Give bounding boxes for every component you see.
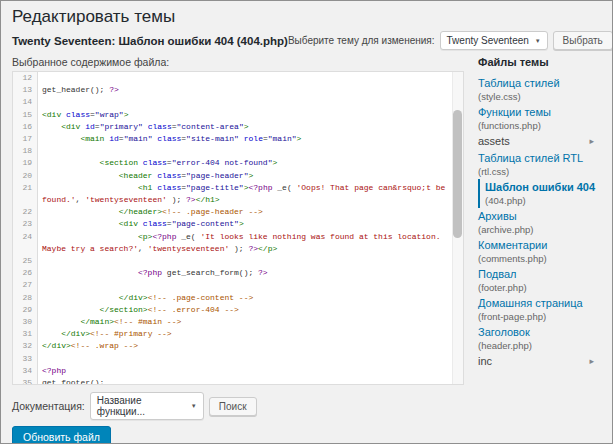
code-text	[37, 72, 463, 84]
code-line: 13get_header(); ?>	[13, 84, 463, 96]
code-text: <header class="page-header">	[37, 170, 463, 182]
code-line: 17 <main id="main" class="site-main" rol…	[13, 133, 463, 145]
file-label: assets	[478, 135, 510, 148]
code-line: 24 <p><?php _e( 'It looks like nothing w…	[13, 231, 463, 255]
line-number: 26	[13, 267, 37, 279]
code-line: 27	[13, 279, 463, 291]
line-number: 22	[13, 206, 37, 218]
sidebar-file-item[interactable]: Таблица стилей RTL(rtl.css)	[478, 150, 601, 179]
line-number: 35	[13, 377, 37, 385]
file-label: Таблица стилей	[478, 77, 597, 90]
line-number: 16	[13, 121, 37, 133]
line-number: 25	[13, 255, 37, 267]
line-number: 28	[13, 292, 37, 304]
code-line: 23 <div class="page-content">	[13, 218, 463, 230]
documentation-label: Документация:	[12, 400, 85, 412]
theme-files-sidebar: Файлы темы Таблица стилей(style.css)Функ…	[478, 56, 601, 385]
code-text: <?php get_search_form(); ?>	[37, 267, 463, 279]
code-line: 28 </div><!-- .page-content -->	[13, 292, 463, 304]
theme-select[interactable]: Twenty Seventeen ▼	[440, 31, 548, 50]
sidebar-file-item[interactable]: Заголовок(header.php)	[478, 324, 601, 353]
sidebar-file-item[interactable]: Шаблон ошибки 404(404.php)	[478, 179, 601, 208]
chevron-down-icon: ▼	[191, 403, 197, 409]
file-name: (footer.php)	[478, 282, 597, 293]
code-line: 14	[13, 96, 463, 108]
line-number: 18	[13, 145, 37, 157]
line-number: 32	[13, 340, 37, 352]
file-name: (header.php)	[478, 340, 597, 351]
editor-scrollbar[interactable]	[452, 72, 463, 384]
documentation-bar: Документация: Название функции... ▼ Поис…	[12, 392, 464, 420]
editor-label: Выбранное содержимое файла:	[12, 56, 464, 68]
code-line: 35get_footer();	[13, 377, 463, 385]
code-text: </header><!-- .page-header -->	[37, 206, 463, 218]
folder-expand-icon: ▸	[589, 135, 594, 148]
line-number: 15	[13, 109, 37, 121]
line-number: 20	[13, 170, 37, 182]
sidebar-file-item[interactable]: Домашняя страница(front-page.php)	[478, 295, 601, 324]
code-editor[interactable]: 1213get_header(); ?>1415<div class="wrap…	[12, 71, 464, 385]
theme-files-list: Таблица стилей(style.css)Функции темы(fu…	[478, 75, 601, 370]
file-label: inc	[478, 355, 492, 368]
file-name: (style.css)	[478, 91, 597, 102]
code-text: <div class="page-content">	[37, 218, 463, 230]
file-name: (rtl.css)	[478, 166, 597, 177]
file-name: (front-page.php)	[478, 311, 597, 322]
code-text: </main><!-- #main -->	[37, 316, 463, 328]
chevron-down-icon: ▼	[535, 38, 541, 44]
code-text: </div><!-- #primary -->	[37, 328, 463, 340]
line-number: 30	[13, 316, 37, 328]
code-lines: 1213get_header(); ?>1415<div class="wrap…	[13, 72, 463, 385]
file-label: Домашняя страница	[478, 297, 597, 310]
code-line: 18	[13, 145, 463, 157]
theme-select-value: Twenty Seventeen	[447, 35, 529, 46]
line-number: 34	[13, 365, 37, 377]
file-label: Подвал	[478, 268, 597, 281]
main-area: Выбранное содержимое файла: 1213get_head…	[12, 56, 601, 385]
line-number: 17	[13, 133, 37, 145]
code-text: <div class="wrap">	[37, 109, 463, 121]
theme-select-label: Выберите тему для изменения:	[288, 35, 435, 46]
code-line: 16 <div id="primary" class="content-area…	[13, 121, 463, 133]
code-text: <?php	[37, 365, 463, 377]
line-number: 27	[13, 279, 37, 291]
code-line: 20 <header class="page-header">	[13, 170, 463, 182]
sidebar-folder-inc[interactable]: inc▸	[478, 353, 601, 370]
sidebar-file-item[interactable]: Комментарии(comments.php)	[478, 237, 601, 266]
line-number: 24	[13, 231, 37, 255]
code-line: 32</div><!-- .wrap -->	[13, 340, 463, 352]
editor-column: Выбранное содержимое файла: 1213get_head…	[12, 56, 464, 385]
line-number: 23	[13, 218, 37, 230]
sidebar-folder-assets[interactable]: assets▸	[478, 133, 601, 150]
code-line: 34<?php	[13, 365, 463, 377]
file-label: Шаблон ошибки 404	[485, 181, 597, 194]
code-text	[37, 353, 463, 365]
theme-editor-page: Редактировать темы Twenty Seventeen: Шаб…	[0, 0, 613, 444]
sidebar-file-item[interactable]: Подвал(footer.php)	[478, 266, 601, 295]
documentation-select-value: Название функции...	[97, 395, 185, 417]
file-label: Заголовок	[478, 326, 597, 339]
update-file-button[interactable]: Обновить файл	[12, 426, 111, 444]
code-line: 21 <h1 class="page-title"><?php _e( 'Oop…	[13, 182, 463, 206]
lookup-button[interactable]: Поиск	[209, 397, 257, 416]
documentation-select[interactable]: Название функции... ▼	[90, 392, 204, 420]
code-line: 30 </main><!-- #main -->	[13, 316, 463, 328]
line-number: 29	[13, 304, 37, 316]
code-line: 31 </div><!-- #primary -->	[13, 328, 463, 340]
file-label: Комментарии	[478, 239, 597, 252]
sidebar-file-item[interactable]: Таблица стилей(style.css)	[478, 75, 601, 104]
code-line: 25	[13, 255, 463, 267]
code-line: 12	[13, 72, 463, 84]
theme-bar: Twenty Seventeen: Шаблон ошибки 404 (404…	[12, 31, 601, 50]
code-text: <p><?php _e( 'It looks like nothing was …	[37, 231, 463, 255]
current-theme-subtitle: Twenty Seventeen: Шаблон ошибки 404 (404…	[12, 35, 288, 47]
code-text	[37, 145, 463, 157]
select-theme-button[interactable]: Выбрать	[553, 31, 613, 50]
code-text	[37, 255, 463, 267]
scrollbar-thumb[interactable]	[453, 110, 462, 238]
folder-expand-icon: ▸	[589, 355, 594, 368]
sidebar-file-item[interactable]: Архивы(archive.php)	[478, 208, 601, 237]
sidebar-file-item[interactable]: Функции темы(functions.php)	[478, 104, 601, 133]
code-text	[37, 96, 463, 108]
file-label: Таблица стилей RTL	[478, 152, 597, 165]
